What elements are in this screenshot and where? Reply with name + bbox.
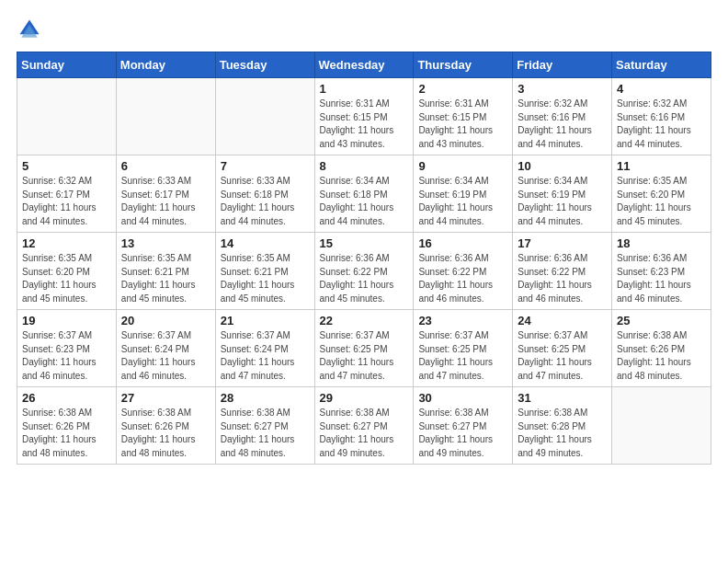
calendar-cell: 31Sunrise: 6:38 AM Sunset: 6:28 PM Dayli… [513, 387, 612, 465]
calendar-cell: 19Sunrise: 6:37 AM Sunset: 6:23 PM Dayli… [17, 310, 117, 387]
day-number: 10 [518, 159, 607, 173]
week-row-3: 19Sunrise: 6:37 AM Sunset: 6:23 PM Dayli… [17, 310, 711, 387]
calendar-cell: 21Sunrise: 6:37 AM Sunset: 6:24 PM Dayli… [215, 310, 314, 387]
day-number: 26 [22, 391, 111, 405]
day-info: Sunrise: 6:31 AM Sunset: 6:15 PM Dayligh… [320, 98, 409, 151]
day-header-saturday: Saturday [612, 52, 711, 78]
calendar-cell: 25Sunrise: 6:38 AM Sunset: 6:26 PM Dayli… [612, 310, 711, 387]
day-number: 21 [221, 314, 310, 327]
calendar-cell: 14Sunrise: 6:35 AM Sunset: 6:21 PM Dayli… [215, 233, 314, 310]
day-number: 25 [617, 314, 706, 327]
calendar-cell: 1Sunrise: 6:31 AM Sunset: 6:15 PM Daylig… [314, 78, 414, 155]
calendar-cell: 4Sunrise: 6:32 AM Sunset: 6:16 PM Daylig… [612, 78, 711, 155]
day-number: 18 [617, 236, 706, 250]
day-number: 20 [121, 314, 210, 327]
day-number: 3 [518, 82, 607, 96]
day-info: Sunrise: 6:35 AM Sunset: 6:21 PM Dayligh… [221, 252, 310, 305]
day-number: 5 [22, 159, 111, 173]
calendar-cell [215, 78, 314, 155]
day-header-friday: Friday [513, 52, 612, 78]
day-number: 15 [320, 236, 409, 250]
calendar-cell: 2Sunrise: 6:31 AM Sunset: 6:15 PM Daylig… [414, 78, 513, 155]
calendar-cell: 27Sunrise: 6:38 AM Sunset: 6:26 PM Dayli… [116, 387, 215, 465]
day-info: Sunrise: 6:37 AM Sunset: 6:25 PM Dayligh… [418, 329, 507, 383]
day-info: Sunrise: 6:38 AM Sunset: 6:27 PM Dayligh… [221, 407, 310, 460]
calendar-cell [17, 78, 117, 155]
calendar-cell: 11Sunrise: 6:35 AM Sunset: 6:20 PM Dayli… [612, 155, 711, 233]
day-info: Sunrise: 6:38 AM Sunset: 6:26 PM Dayligh… [617, 329, 706, 383]
day-info: Sunrise: 6:34 AM Sunset: 6:19 PM Dayligh… [418, 175, 507, 228]
day-header-wednesday: Wednesday [314, 52, 414, 78]
day-info: Sunrise: 6:32 AM Sunset: 6:17 PM Dayligh… [22, 175, 111, 228]
calendar-header: SundayMondayTuesdayWednesdayThursdayFrid… [17, 52, 711, 78]
calendar-cell: 18Sunrise: 6:36 AM Sunset: 6:23 PM Dayli… [612, 233, 711, 310]
calendar-cell: 16Sunrise: 6:36 AM Sunset: 6:22 PM Dayli… [414, 233, 513, 310]
day-info: Sunrise: 6:38 AM Sunset: 6:28 PM Dayligh… [518, 407, 607, 460]
day-number: 16 [418, 236, 507, 250]
calendar-cell: 8Sunrise: 6:34 AM Sunset: 6:18 PM Daylig… [314, 155, 414, 233]
day-info: Sunrise: 6:38 AM Sunset: 6:26 PM Dayligh… [121, 407, 210, 460]
calendar-cell: 23Sunrise: 6:37 AM Sunset: 6:25 PM Dayli… [414, 310, 513, 387]
day-number: 14 [221, 236, 310, 250]
day-info: Sunrise: 6:38 AM Sunset: 6:27 PM Dayligh… [418, 407, 507, 460]
calendar-cell: 13Sunrise: 6:35 AM Sunset: 6:21 PM Dayli… [116, 233, 215, 310]
day-number: 31 [518, 391, 607, 405]
day-number: 2 [418, 82, 507, 96]
day-header-sunday: Sunday [17, 52, 117, 78]
day-header-monday: Monday [116, 52, 215, 78]
day-number: 22 [320, 314, 409, 327]
day-info: Sunrise: 6:34 AM Sunset: 6:19 PM Dayligh… [518, 175, 607, 228]
day-info: Sunrise: 6:31 AM Sunset: 6:15 PM Dayligh… [418, 98, 507, 151]
calendar-cell: 12Sunrise: 6:35 AM Sunset: 6:20 PM Dayli… [17, 233, 117, 310]
week-row-1: 5Sunrise: 6:32 AM Sunset: 6:17 PM Daylig… [17, 155, 711, 233]
day-info: Sunrise: 6:32 AM Sunset: 6:16 PM Dayligh… [518, 98, 607, 151]
day-info: Sunrise: 6:33 AM Sunset: 6:17 PM Dayligh… [121, 175, 210, 228]
days-of-week-row: SundayMondayTuesdayWednesdayThursdayFrid… [17, 52, 711, 78]
day-number: 7 [221, 159, 310, 173]
day-number: 8 [320, 159, 409, 173]
day-number: 12 [22, 236, 111, 250]
day-number: 19 [22, 314, 111, 327]
day-number: 13 [121, 236, 210, 250]
day-info: Sunrise: 6:35 AM Sunset: 6:21 PM Dayligh… [121, 252, 210, 305]
day-info: Sunrise: 6:37 AM Sunset: 6:24 PM Dayligh… [121, 329, 210, 383]
logo [17, 17, 47, 42]
day-info: Sunrise: 6:36 AM Sunset: 6:22 PM Dayligh… [320, 252, 409, 305]
day-info: Sunrise: 6:36 AM Sunset: 6:22 PM Dayligh… [418, 252, 507, 305]
calendar-body: 1Sunrise: 6:31 AM Sunset: 6:15 PM Daylig… [17, 78, 711, 465]
day-number: 27 [121, 391, 210, 405]
day-info: Sunrise: 6:33 AM Sunset: 6:18 PM Dayligh… [221, 175, 310, 228]
day-info: Sunrise: 6:36 AM Sunset: 6:23 PM Dayligh… [617, 252, 706, 305]
day-info: Sunrise: 6:37 AM Sunset: 6:25 PM Dayligh… [518, 329, 607, 383]
day-info: Sunrise: 6:37 AM Sunset: 6:24 PM Dayligh… [221, 329, 310, 383]
calendar-cell: 24Sunrise: 6:37 AM Sunset: 6:25 PM Dayli… [513, 310, 612, 387]
day-header-thursday: Thursday [414, 52, 513, 78]
day-info: Sunrise: 6:35 AM Sunset: 6:20 PM Dayligh… [617, 175, 706, 228]
logo-icon [17, 17, 42, 42]
day-info: Sunrise: 6:37 AM Sunset: 6:25 PM Dayligh… [320, 329, 409, 383]
calendar-cell: 20Sunrise: 6:37 AM Sunset: 6:24 PM Dayli… [116, 310, 215, 387]
day-number: 17 [518, 236, 607, 250]
calendar-cell: 15Sunrise: 6:36 AM Sunset: 6:22 PM Dayli… [314, 233, 414, 310]
day-number: 1 [320, 82, 409, 96]
day-info: Sunrise: 6:35 AM Sunset: 6:20 PM Dayligh… [22, 252, 111, 305]
calendar-cell: 3Sunrise: 6:32 AM Sunset: 6:16 PM Daylig… [513, 78, 612, 155]
calendar-cell: 26Sunrise: 6:38 AM Sunset: 6:26 PM Dayli… [17, 387, 117, 465]
calendar-cell: 10Sunrise: 6:34 AM Sunset: 6:19 PM Dayli… [513, 155, 612, 233]
calendar-cell: 9Sunrise: 6:34 AM Sunset: 6:19 PM Daylig… [414, 155, 513, 233]
week-row-4: 26Sunrise: 6:38 AM Sunset: 6:26 PM Dayli… [17, 387, 711, 465]
week-row-0: 1Sunrise: 6:31 AM Sunset: 6:15 PM Daylig… [17, 78, 711, 155]
week-row-2: 12Sunrise: 6:35 AM Sunset: 6:20 PM Dayli… [17, 233, 711, 310]
calendar-cell: 6Sunrise: 6:33 AM Sunset: 6:17 PM Daylig… [116, 155, 215, 233]
calendar-cell [612, 387, 711, 465]
calendar-cell [116, 78, 215, 155]
calendar-cell: 29Sunrise: 6:38 AM Sunset: 6:27 PM Dayli… [314, 387, 414, 465]
day-number: 28 [221, 391, 310, 405]
calendar-cell: 30Sunrise: 6:38 AM Sunset: 6:27 PM Dayli… [414, 387, 513, 465]
day-number: 30 [418, 391, 507, 405]
header [17, 17, 711, 42]
day-header-tuesday: Tuesday [215, 52, 314, 78]
day-number: 24 [518, 314, 607, 327]
day-info: Sunrise: 6:36 AM Sunset: 6:22 PM Dayligh… [518, 252, 607, 305]
calendar-cell: 22Sunrise: 6:37 AM Sunset: 6:25 PM Dayli… [314, 310, 414, 387]
